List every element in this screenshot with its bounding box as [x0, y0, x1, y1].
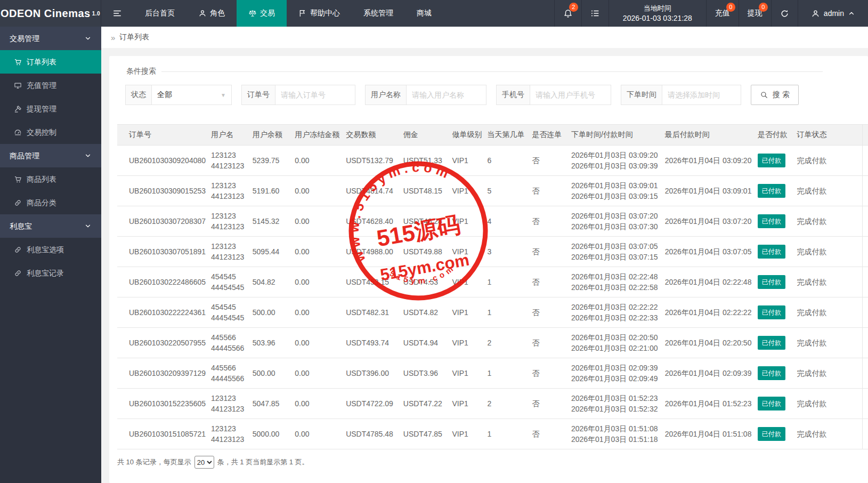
nav-item-roles[interactable]: 角色 [186, 0, 237, 27]
cell-username: 445566 44445566 [208, 358, 250, 389]
page-size-select[interactable]: 20 [194, 456, 214, 469]
order-no-input[interactable] [275, 85, 355, 105]
cell-day-index: 6 [484, 146, 529, 176]
cell-actions [863, 389, 868, 419]
cell-day-index: 1 [484, 358, 529, 389]
cell-is-chain: 否 [529, 358, 569, 389]
cell-paid: 已付款 [755, 146, 794, 176]
cell-order-pay-time: 2026年01月03日 02:20:50 2026年01月03日 02:21:0… [569, 328, 662, 358]
order-time-input[interactable] [662, 85, 741, 105]
cell-paid: 已付款 [755, 389, 794, 419]
cell-is-chain: 否 [529, 297, 569, 328]
admin-username: admin [824, 9, 844, 18]
sidebar-item-trade-control[interactable]: 交易控制 [0, 120, 101, 144]
status-select[interactable]: 全部 ▼ [152, 85, 232, 105]
cell-day-index: 1 [484, 297, 529, 328]
cell-commission: USDT4.53 [401, 267, 450, 297]
gavel-icon [14, 105, 22, 113]
sidebar-item-product-list[interactable]: 商品列表 [0, 167, 101, 191]
nav-item-mall[interactable]: 商城 [405, 0, 443, 27]
cell-order-pay-time: 2026年01月03日 03:07:20 2026年01月03日 03:07:3… [569, 206, 662, 237]
sidebar-group-product-management[interactable]: 商品管理 [0, 144, 101, 167]
paid-badge: 已付款 [758, 154, 785, 167]
search-button[interactable]: 搜 索 [751, 85, 799, 105]
notifications-button[interactable]: 2 [554, 0, 581, 27]
gauge-icon [14, 128, 22, 136]
cell-level: VIP1 [449, 237, 484, 267]
nav-item-trade[interactable]: 交易 [237, 0, 287, 27]
cell-username: 123123 44123123 [208, 146, 250, 176]
cell-order-pay-time: 2026年01月03日 03:07:05 2026年01月03日 03:07:1… [569, 237, 662, 267]
cell-paid: 已付款 [755, 176, 794, 206]
sidebar-item-recharge-management[interactable]: 充值管理 [0, 74, 101, 97]
cell-commission: USDT49.88 [401, 237, 450, 267]
paid-badge: 已付款 [758, 397, 785, 410]
link-icon [14, 269, 22, 277]
cell-amount: USDT4814.74 [343, 176, 401, 206]
order-time-filter: 下单时间 [621, 85, 741, 105]
cell-order-no: UB2601030151085721 [117, 419, 208, 449]
sidebar-item-product-category[interactable]: 商品分类 [0, 191, 101, 214]
sidebar-item-interest-records[interactable]: 利息宝记录 [0, 261, 101, 285]
refresh-button[interactable] [771, 0, 798, 27]
col-amount: 交易数额 [343, 125, 401, 146]
cell-last-pay-time: 2026年01月04日 02:20:50 [662, 328, 755, 358]
breadcrumb-current: 订单列表 [119, 33, 149, 42]
nav-item-home[interactable]: 后台首页 [133, 0, 186, 27]
cell-actions [863, 237, 868, 267]
refresh-icon [780, 9, 789, 18]
chevron-up-icon [848, 10, 855, 17]
pagination-suffix: 条，共 1 页当前显示第 1 页。 [217, 457, 309, 467]
chevron-down-icon [84, 222, 92, 230]
col-actions: 操作 [863, 125, 868, 146]
cell-order-pay-time: 2026年01月03日 03:09:01 2026年01月03日 03:09:1… [569, 176, 662, 206]
col-day-index: 当天第几单 [484, 125, 529, 146]
col-status: 订单状态 [794, 125, 862, 146]
paid-badge: 已付款 [758, 245, 785, 259]
cell-username: 123123 44123123 [208, 237, 250, 267]
cell-balance: 5095.44 [250, 237, 292, 267]
sidebar-collapse-button[interactable] [101, 0, 133, 27]
sidebar-group-trade-management[interactable]: 交易管理 [0, 27, 101, 50]
col-paid: 是否付款 [755, 125, 794, 146]
cell-frozen: 0.00 [292, 237, 343, 267]
cell-username: 123123 44123123 [208, 419, 250, 449]
paid-badge: 已付款 [758, 305, 785, 319]
cell-order-no: UB2601030220507955 [117, 328, 208, 358]
cell-paid: 已付款 [755, 206, 794, 237]
recharge-button[interactable]: 充值 0 [706, 0, 739, 27]
cell-paid: 已付款 [755, 297, 794, 328]
admin-menu[interactable]: admin [798, 0, 868, 27]
cart-icon [14, 58, 22, 66]
chevron-down-icon [84, 35, 92, 42]
sidebar-item-interest-options[interactable]: 利息宝选项 [0, 238, 101, 261]
col-order-no: 订单号 [117, 125, 208, 146]
withdraw-button[interactable]: 提现 0 [739, 0, 771, 27]
cell-frozen: 0.00 [292, 297, 343, 328]
username-input[interactable] [407, 85, 486, 105]
nav-item-help-center[interactable]: 帮助中心 [287, 0, 352, 27]
sidebar-item-order-list[interactable]: 订单列表 [0, 50, 101, 74]
cell-balance: 500.00 [250, 358, 292, 389]
sidebar-item-withdraw-management[interactable]: 提现管理 [0, 97, 101, 120]
cell-frozen: 0.00 [292, 267, 343, 297]
cell-frozen: 0.00 [292, 206, 343, 237]
sidebar-group-interest-treasure[interactable]: 利息宝 [0, 214, 101, 238]
cell-paid: 已付款 [755, 419, 794, 449]
phone-input[interactable] [530, 85, 611, 105]
search-filters: 状态 全部 ▼ 订单号 用户名称 手机号 [125, 85, 823, 105]
cell-frozen: 0.00 [292, 389, 343, 419]
cell-actions [863, 267, 868, 297]
cell-day-index: 2 [484, 389, 529, 419]
log-list-button[interactable] [581, 0, 609, 27]
col-username: 用户名 [208, 125, 250, 146]
cell-balance: 503.96 [250, 328, 292, 358]
cell-amount: USDT4988.00 [343, 237, 401, 267]
local-time: 当地时间 2026-01-03 03:21:28 [609, 0, 706, 27]
content-card: 条件搜索 状态 全部 ▼ 订单号 用户名称 [109, 56, 868, 483]
table-row: UB2601030209397129 445566 44445566 500.0… [117, 358, 868, 389]
table-row: UB2601030309015253 123123 44123123 5191.… [117, 176, 868, 206]
cell-actions [863, 419, 868, 449]
header-right: 2 当地时间 2026-01-03 03:21:28 充值 0 提现 0 adm… [554, 0, 868, 27]
nav-item-system[interactable]: 系统管理 [352, 0, 405, 27]
